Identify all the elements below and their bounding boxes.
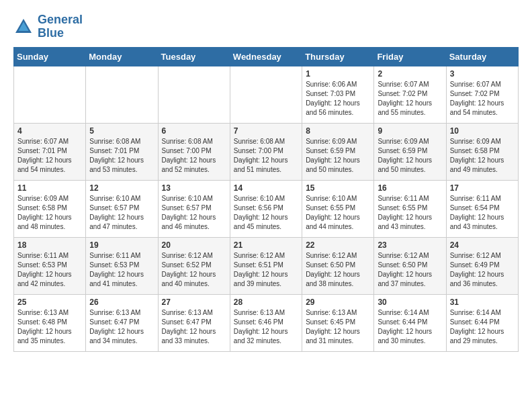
calendar-cell: 1Sunrise: 6:06 AM Sunset: 7:03 PM Daylig…: [302, 66, 374, 123]
day-info: Sunrise: 6:13 AM Sunset: 6:45 PM Dayligh…: [306, 308, 370, 346]
calendar-cell: 17Sunrise: 6:11 AM Sunset: 6:54 PM Dayli…: [446, 180, 518, 237]
day-number: 2: [378, 69, 442, 79]
calendar-week-1: 1Sunrise: 6:06 AM Sunset: 7:03 PM Daylig…: [14, 66, 519, 123]
calendar-cell: 28Sunrise: 6:13 AM Sunset: 6:46 PM Dayli…: [230, 294, 302, 351]
header-day-tuesday: Tuesday: [158, 47, 230, 66]
calendar-cell: 29Sunrise: 6:13 AM Sunset: 6:45 PM Dayli…: [302, 294, 374, 351]
day-number: 3: [450, 69, 515, 79]
calendar-cell: 11Sunrise: 6:09 AM Sunset: 6:58 PM Dayli…: [14, 180, 86, 237]
day-info: Sunrise: 6:08 AM Sunset: 7:00 PM Dayligh…: [234, 137, 298, 175]
calendar-cell: 12Sunrise: 6:10 AM Sunset: 6:57 PM Dayli…: [86, 180, 158, 237]
logo-icon: [13, 17, 34, 37]
day-number: 20: [162, 240, 226, 250]
day-info: Sunrise: 6:12 AM Sunset: 6:51 PM Dayligh…: [234, 251, 298, 289]
day-info: Sunrise: 6:11 AM Sunset: 6:54 PM Dayligh…: [450, 194, 515, 232]
day-number: 22: [306, 240, 370, 250]
header-day-thursday: Thursday: [302, 47, 374, 66]
day-info: Sunrise: 6:14 AM Sunset: 6:44 PM Dayligh…: [450, 308, 515, 346]
calendar-cell: 24Sunrise: 6:12 AM Sunset: 6:49 PM Dayli…: [446, 237, 518, 294]
day-info: Sunrise: 6:10 AM Sunset: 6:56 PM Dayligh…: [234, 194, 298, 232]
day-info: Sunrise: 6:11 AM Sunset: 6:55 PM Dayligh…: [378, 194, 442, 232]
day-number: 21: [234, 240, 298, 250]
day-number: 8: [306, 126, 370, 136]
header-row: SundayMondayTuesdayWednesdayThursdayFrid…: [14, 47, 519, 66]
calendar-cell: 9Sunrise: 6:09 AM Sunset: 6:59 PM Daylig…: [374, 123, 446, 180]
calendar-cell: 14Sunrise: 6:10 AM Sunset: 6:56 PM Dayli…: [230, 180, 302, 237]
day-info: Sunrise: 6:09 AM Sunset: 6:59 PM Dayligh…: [306, 137, 370, 175]
calendar-cell: 4Sunrise: 6:07 AM Sunset: 7:01 PM Daylig…: [14, 123, 86, 180]
calendar-week-5: 25Sunrise: 6:13 AM Sunset: 6:48 PM Dayli…: [14, 294, 519, 351]
calendar-cell: 31Sunrise: 6:14 AM Sunset: 6:44 PM Dayli…: [446, 294, 518, 351]
day-number: 12: [89, 183, 154, 193]
day-number: 23: [378, 240, 442, 250]
day-info: Sunrise: 6:12 AM Sunset: 6:50 PM Dayligh…: [378, 251, 442, 289]
day-info: Sunrise: 6:13 AM Sunset: 6:47 PM Dayligh…: [89, 308, 154, 346]
calendar-week-3: 11Sunrise: 6:09 AM Sunset: 6:58 PM Dayli…: [14, 180, 519, 237]
header-day-friday: Friday: [374, 47, 446, 66]
day-number: 19: [89, 240, 154, 250]
calendar-cell: 16Sunrise: 6:11 AM Sunset: 6:55 PM Dayli…: [374, 180, 446, 237]
day-info: Sunrise: 6:11 AM Sunset: 6:53 PM Dayligh…: [89, 251, 154, 289]
header-day-sunday: Sunday: [14, 47, 86, 66]
calendar-table: SundayMondayTuesdayWednesdayThursdayFrid…: [13, 47, 519, 352]
calendar-cell: 19Sunrise: 6:11 AM Sunset: 6:53 PM Dayli…: [86, 237, 158, 294]
day-number: 28: [234, 298, 298, 307]
calendar-cell: 22Sunrise: 6:12 AM Sunset: 6:50 PM Dayli…: [302, 237, 374, 294]
header-day-wednesday: Wednesday: [230, 47, 302, 66]
day-number: 4: [17, 126, 82, 136]
day-info: Sunrise: 6:09 AM Sunset: 6:58 PM Dayligh…: [450, 137, 515, 175]
day-info: Sunrise: 6:09 AM Sunset: 6:58 PM Dayligh…: [17, 194, 82, 232]
day-info: Sunrise: 6:07 AM Sunset: 7:02 PM Dayligh…: [378, 80, 442, 118]
calendar-week-2: 4Sunrise: 6:07 AM Sunset: 7:01 PM Daylig…: [14, 123, 519, 180]
calendar-cell: 7Sunrise: 6:08 AM Sunset: 7:00 PM Daylig…: [230, 123, 302, 180]
calendar-cell: [86, 66, 158, 123]
calendar-cell: 21Sunrise: 6:12 AM Sunset: 6:51 PM Dayli…: [230, 237, 302, 294]
day-info: Sunrise: 6:13 AM Sunset: 6:46 PM Dayligh…: [234, 308, 298, 346]
day-number: 30: [378, 298, 442, 307]
day-number: 15: [306, 183, 370, 193]
day-number: 16: [378, 183, 442, 193]
day-info: Sunrise: 6:14 AM Sunset: 6:44 PM Dayligh…: [378, 308, 442, 346]
header-day-saturday: Saturday: [446, 47, 518, 66]
calendar-header: SundayMondayTuesdayWednesdayThursdayFrid…: [14, 47, 519, 66]
calendar-cell: 8Sunrise: 6:09 AM Sunset: 6:59 PM Daylig…: [302, 123, 374, 180]
page-header: General Blue: [13, 13, 519, 40]
day-info: Sunrise: 6:09 AM Sunset: 6:59 PM Dayligh…: [378, 137, 442, 175]
day-info: Sunrise: 6:13 AM Sunset: 6:48 PM Dayligh…: [17, 308, 82, 346]
calendar-cell: 26Sunrise: 6:13 AM Sunset: 6:47 PM Dayli…: [86, 294, 158, 351]
calendar-cell: 15Sunrise: 6:10 AM Sunset: 6:55 PM Dayli…: [302, 180, 374, 237]
calendar-cell: 27Sunrise: 6:13 AM Sunset: 6:47 PM Dayli…: [158, 294, 230, 351]
day-info: Sunrise: 6:08 AM Sunset: 7:00 PM Dayligh…: [162, 137, 226, 175]
calendar-cell: 25Sunrise: 6:13 AM Sunset: 6:48 PM Dayli…: [14, 294, 86, 351]
header-day-monday: Monday: [86, 47, 158, 66]
day-number: 18: [17, 240, 82, 250]
day-number: 1: [306, 69, 370, 79]
logo-text: General Blue: [38, 13, 83, 40]
logo: General Blue: [13, 13, 83, 40]
day-number: 7: [234, 126, 298, 136]
day-info: Sunrise: 6:10 AM Sunset: 6:55 PM Dayligh…: [306, 194, 370, 232]
day-info: Sunrise: 6:10 AM Sunset: 6:57 PM Dayligh…: [89, 194, 154, 232]
calendar-cell: 18Sunrise: 6:11 AM Sunset: 6:53 PM Dayli…: [14, 237, 86, 294]
day-number: 11: [17, 183, 82, 193]
day-number: 27: [162, 298, 226, 307]
calendar-cell: [230, 66, 302, 123]
calendar-cell: [158, 66, 230, 123]
calendar-cell: 13Sunrise: 6:10 AM Sunset: 6:57 PM Dayli…: [158, 180, 230, 237]
day-number: 26: [89, 298, 154, 307]
calendar-cell: 23Sunrise: 6:12 AM Sunset: 6:50 PM Dayli…: [374, 237, 446, 294]
day-info: Sunrise: 6:12 AM Sunset: 6:52 PM Dayligh…: [162, 251, 226, 289]
calendar-body: 1Sunrise: 6:06 AM Sunset: 7:03 PM Daylig…: [14, 66, 519, 351]
calendar-cell: 20Sunrise: 6:12 AM Sunset: 6:52 PM Dayli…: [158, 237, 230, 294]
day-number: 31: [450, 298, 515, 307]
calendar-cell: [14, 66, 86, 123]
calendar-cell: 5Sunrise: 6:08 AM Sunset: 7:01 PM Daylig…: [86, 123, 158, 180]
day-info: Sunrise: 6:12 AM Sunset: 6:49 PM Dayligh…: [450, 251, 515, 289]
day-number: 14: [234, 183, 298, 193]
day-number: 25: [17, 298, 82, 307]
calendar-cell: 30Sunrise: 6:14 AM Sunset: 6:44 PM Dayli…: [374, 294, 446, 351]
calendar-cell: 6Sunrise: 6:08 AM Sunset: 7:00 PM Daylig…: [158, 123, 230, 180]
day-number: 6: [162, 126, 226, 136]
day-info: Sunrise: 6:06 AM Sunset: 7:03 PM Dayligh…: [306, 80, 370, 118]
day-number: 29: [306, 298, 370, 307]
